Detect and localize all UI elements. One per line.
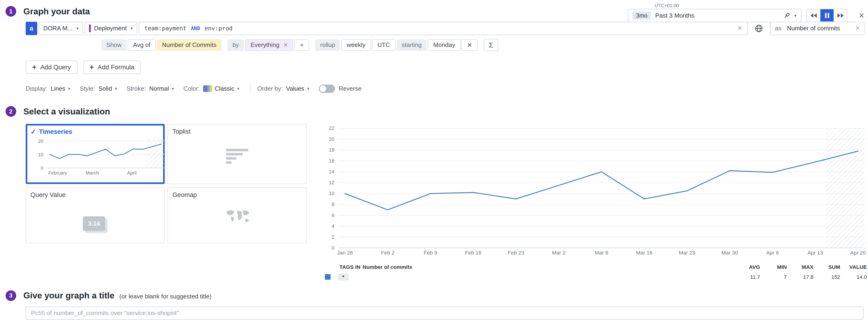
skip-forward-button[interactable]: [834, 9, 847, 22]
rollup-timezone-button[interactable]: UTC: [372, 39, 396, 51]
style-dropdown[interactable]: Solid ▾: [98, 85, 117, 92]
order-by-dropdown[interactable]: Values ▾: [286, 85, 310, 92]
pin-icon[interactable]: [783, 12, 790, 19]
section2-header: 2 Select a visualization: [0, 106, 868, 117]
display-dropdown[interactable]: Lines ▾: [51, 85, 70, 92]
start-day-button[interactable]: Monday: [428, 39, 460, 51]
pause-icon: [824, 12, 830, 19]
sigma-function-button[interactable]: Σ: [484, 39, 498, 51]
legend-series-row[interactable]: * 11.7717.815214.0: [317, 274, 868, 281]
clear-filter-icon[interactable]: ✕: [737, 25, 742, 31]
svg-text:12: 12: [329, 180, 334, 186]
legend-column-header: MIN: [760, 264, 786, 270]
divider: [250, 85, 251, 93]
timezone-label: UTC+01:00: [654, 3, 679, 8]
legend-value: 152: [813, 274, 840, 280]
rollup-label: rollup: [315, 39, 340, 51]
add-group-button[interactable]: +: [294, 39, 309, 51]
query-source-dropdown[interactable]: DORA M... ▾: [39, 22, 83, 35]
add-query-label: Add Query: [40, 64, 71, 71]
viz-card-title: Toplist: [172, 128, 302, 135]
svg-text:Feb 23: Feb 23: [508, 250, 524, 256]
svg-text:Mar 30: Mar 30: [721, 250, 738, 256]
color-dropdown[interactable]: Classic ▾: [215, 85, 240, 92]
add-formula-button[interactable]: + Add Formula: [83, 61, 141, 74]
time-controls: UTC+01:00 3mo Past 3 Months ▾ ✕: [628, 3, 865, 22]
add-formula-label: Add Formula: [98, 64, 134, 71]
svg-text:Apr 6: Apr 6: [766, 250, 779, 256]
svg-text:14: 14: [329, 169, 334, 175]
viz-card-title: Geomap: [172, 191, 302, 199]
step-2-badge: 2: [5, 106, 16, 117]
order-by-label: Order by:: [257, 85, 283, 92]
display-value: Lines: [51, 85, 65, 92]
chevron-down-icon[interactable]: ▾: [794, 13, 797, 18]
viz-card-query-value[interactable]: Query Value 3.14: [26, 187, 165, 243]
step-3-badge: 3: [5, 290, 16, 301]
section3-header: 3 Give your graph a title (or leave blan…: [0, 290, 868, 301]
metric-chip[interactable]: Number of Commits: [157, 39, 221, 51]
svg-text:16: 16: [329, 158, 334, 164]
geomap-icon: [224, 209, 250, 226]
legend-column-header: AVG: [733, 264, 760, 270]
legend-value: 11.7: [733, 274, 760, 280]
query-measure-dropdown[interactable]: Deployment ▾: [85, 22, 137, 35]
chevron-down-icon: ▾: [307, 87, 309, 91]
legend-metric-label: Number of commits: [363, 264, 412, 270]
aggregator-button[interactable]: Avg of: [128, 39, 156, 51]
viz-card-title: Query Value: [31, 191, 160, 199]
graph-title-input[interactable]: [26, 306, 864, 320]
legend-header: TAGS IN Number of commits AVGMINMAXSUMVA…: [317, 264, 868, 270]
time-range-selector[interactable]: 3mo Past 3 Months ▾: [628, 9, 801, 22]
remove-rollup-icon[interactable]: ✕: [462, 39, 477, 51]
query-filter-input[interactable]: team:payment AND env:prod ✕: [139, 22, 748, 35]
plus-icon: +: [32, 64, 36, 71]
globe-icon: [755, 24, 763, 33]
stroke-dropdown[interactable]: Normal ▾: [149, 85, 174, 92]
legend-column-header: MAX: [787, 264, 813, 270]
svg-text:10: 10: [38, 152, 43, 157]
svg-text:8: 8: [332, 201, 334, 207]
timeseries-preview-chart: 01020FebruaryMarchApril: [31, 136, 166, 180]
style-label: Style:: [80, 85, 95, 92]
chevron-down-icon: ▾: [115, 87, 117, 91]
display-options-row: Display: Lines ▾ Style: Solid ▾ Stroke: …: [26, 85, 868, 93]
alias-input[interactable]: [786, 24, 854, 33]
toplist-icon: [226, 149, 248, 164]
color-label: Color:: [183, 85, 200, 92]
legend-series-label: *: [338, 274, 349, 281]
add-query-button[interactable]: + Add Query: [26, 61, 78, 74]
reverse-toggle[interactable]: [319, 85, 335, 93]
legend-value: 14.0: [840, 274, 867, 280]
viz-card-toplist[interactable]: Toplist: [167, 124, 307, 184]
viz-card-timeseries[interactable]: ✓ Timeseries 01020FebruaryMarchApril: [26, 124, 165, 184]
timeseries-chart[interactable]: 0246810121416182022Jan 26Feb 2Feb 9Feb 1…: [317, 124, 867, 260]
palette-icon: [203, 85, 212, 92]
graph-editor-page: 1 Graph your data UTC+01:00 3mo Past 3 M…: [0, 0, 868, 325]
skip-back-button[interactable]: [807, 9, 820, 22]
chevron-down-icon: ▾: [172, 87, 174, 91]
query-letter-badge: a: [26, 22, 37, 35]
globe-icon-button[interactable]: [752, 22, 766, 35]
group-by-chip[interactable]: Everything ✕: [245, 39, 293, 51]
group-by-label: Everything: [251, 41, 279, 48]
starting-label: starting: [397, 39, 427, 51]
pause-button[interactable]: [820, 9, 834, 22]
range-label: Past 3 Months: [655, 12, 694, 19]
clear-alias-icon[interactable]: ✕: [855, 25, 860, 31]
svg-text:0: 0: [332, 245, 334, 251]
filter-tag: env:prod: [205, 25, 233, 32]
legend-swatch: [325, 274, 330, 280]
svg-text:Feb 9: Feb 9: [424, 250, 437, 256]
rollup-interval-button[interactable]: weekly: [341, 39, 371, 51]
viz-card-geomap[interactable]: Geomap: [167, 187, 307, 243]
query-measure-label: Deployment: [94, 25, 127, 32]
legend-values: 11.7717.815214.0: [733, 274, 868, 280]
chevron-down-icon: ▾: [237, 87, 240, 91]
query-value-icon-text: 3.14: [83, 216, 105, 231]
by-label: by: [227, 39, 244, 51]
time-nav-group: [806, 9, 847, 22]
remove-group-icon[interactable]: ✕: [283, 42, 288, 48]
svg-text:Apr 20: Apr 20: [850, 250, 866, 256]
close-icon[interactable]: ✕: [859, 12, 865, 19]
